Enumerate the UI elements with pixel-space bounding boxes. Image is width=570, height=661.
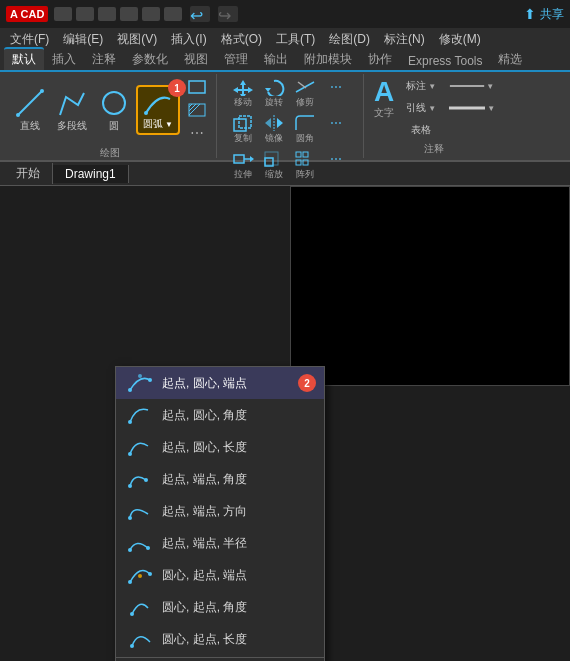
svg-point-38	[128, 548, 132, 552]
arc-item-icon-6	[126, 564, 154, 586]
menu-draw[interactable]: 绘图(D)	[323, 29, 376, 50]
rectangle-icon	[187, 79, 207, 95]
title-toolbar: ↩ ↪	[54, 6, 238, 22]
tab-param[interactable]: 参数化	[124, 49, 176, 70]
rectangle-button[interactable]	[184, 76, 210, 98]
menu-edit[interactable]: 编辑(E)	[57, 29, 109, 50]
arc-option-start-center-angle[interactable]: 起点, 圆心, 角度	[116, 399, 324, 431]
leader-button[interactable]: 引线 ▼	[402, 98, 440, 118]
table-button[interactable]: 表格	[402, 120, 440, 140]
circle-label: 圆	[109, 119, 119, 133]
tab-drawing1[interactable]: Drawing1	[53, 165, 129, 183]
stretch-button[interactable]: 拉伸	[230, 148, 256, 183]
arc-option-start-center-length[interactable]: 起点, 圆心, 长度	[116, 431, 324, 463]
tab-addon[interactable]: 附加模块	[296, 49, 360, 70]
mirror-button[interactable]: 镜像	[261, 112, 287, 147]
tab-annotate[interactable]: 注释	[84, 49, 124, 70]
rotate-button[interactable]: 旋转	[261, 76, 287, 111]
arc-option-start-center-end[interactable]: 起点, 圆心, 端点 2	[116, 367, 324, 399]
ribbon-panel: 直线 多段线 圆	[0, 72, 570, 162]
array-button[interactable]: 阵列	[292, 148, 318, 183]
more-modify2[interactable]: ⋯	[323, 112, 349, 134]
more-modify3[interactable]: ⋯	[323, 148, 349, 170]
copy-button[interactable]: 复制	[230, 112, 256, 147]
toolbar-icon-5[interactable]	[142, 7, 160, 21]
circle-icon	[98, 87, 130, 119]
tab-featured[interactable]: 精选	[490, 49, 530, 70]
dim-arrow: ▼	[428, 82, 436, 91]
redo-icon[interactable]: ↪	[218, 6, 238, 22]
arc-option-center-start-length[interactable]: 圆心, 起点, 长度	[116, 623, 324, 655]
svg-point-4	[144, 111, 148, 115]
polyline-button[interactable]: 多段线	[52, 83, 92, 137]
svg-point-1	[16, 113, 20, 117]
svg-point-36	[144, 478, 148, 482]
arc-item-icon-5	[126, 532, 154, 554]
arc-option-label-0: 起点, 圆心, 端点	[162, 375, 247, 392]
arc-item-icon-4	[126, 500, 154, 522]
dropdown-badge: 2	[298, 374, 316, 392]
line-button[interactable]: 直线	[10, 83, 50, 137]
modify-group: 移动 旋转 修剪 ⋯	[219, 74, 364, 158]
menu-format[interactable]: 格式(O)	[215, 29, 268, 50]
tab-manage[interactable]: 管理	[216, 49, 256, 70]
text-button[interactable]: A 文字	[372, 76, 396, 122]
circle-button[interactable]: 圆	[94, 83, 134, 137]
dim-button[interactable]: 标注 ▼	[402, 76, 440, 96]
scale-label: 缩放	[265, 168, 283, 181]
svg-point-35	[128, 484, 132, 488]
arc-option-start-end-angle[interactable]: 起点, 端点, 角度	[116, 463, 324, 495]
menu-view[interactable]: 视图(V)	[111, 29, 163, 50]
tab-view[interactable]: 视图	[176, 49, 216, 70]
svg-line-0	[18, 91, 42, 115]
menu-insert[interactable]: 插入(I)	[165, 29, 212, 50]
menu-modify[interactable]: 修改(M)	[433, 29, 487, 50]
hatch-button[interactable]	[184, 99, 210, 121]
mirror-label: 镜像	[265, 132, 283, 145]
toolbar-icon-6[interactable]	[164, 7, 182, 21]
toolbar-icon-2[interactable]	[76, 7, 94, 21]
arc-option-center-start-angle[interactable]: 圆心, 起点, 角度	[116, 591, 324, 623]
fillet-button[interactable]: 圆角	[292, 112, 318, 147]
annotation-content: A 文字 标注 ▼ 引线 ▼ 表格	[372, 76, 496, 140]
line-style-button[interactable]: ▼	[446, 76, 496, 96]
arc-option-start-end-radius[interactable]: 起点, 端点, 半径	[116, 527, 324, 559]
more-modify1[interactable]: ⋯	[323, 76, 349, 98]
arc-option-start-end-dir[interactable]: 起点, 端点, 方向	[116, 495, 324, 527]
undo-icon[interactable]: ↩	[190, 6, 210, 22]
tab-output[interactable]: 输出	[256, 49, 296, 70]
line-weight-button[interactable]: ▼	[446, 98, 496, 118]
tab-default[interactable]: 默认	[4, 47, 44, 70]
rotate-icon	[263, 78, 285, 96]
share-button[interactable]: ⬆ 共享	[524, 6, 564, 23]
scale-button[interactable]: 缩放	[261, 148, 287, 183]
svg-point-41	[148, 572, 152, 576]
svg-point-30	[128, 388, 132, 392]
modify-grid: 移动 旋转 修剪 ⋯	[230, 76, 353, 183]
array-label: 阵列	[296, 168, 314, 181]
title-bar: A CAD ↩ ↪ ⬆ 共享	[0, 0, 570, 28]
arc-option-center-start-end[interactable]: 圆心, 起点, 端点	[116, 559, 324, 591]
trim-button[interactable]: 修剪	[292, 76, 318, 111]
more-draw-buttons: ⋯	[184, 76, 210, 144]
more-draw-button[interactable]: ⋯	[184, 122, 210, 144]
tab-express[interactable]: Express Tools	[400, 52, 490, 70]
draw-group-content: 直线 多段线 圆	[10, 76, 210, 144]
menu-dim[interactable]: 标注(N)	[378, 29, 431, 50]
toolbar-icon-3[interactable]	[98, 7, 116, 21]
stretch-icon	[232, 150, 254, 168]
array-icon	[294, 150, 316, 168]
arc-item-icon-3	[126, 468, 154, 490]
tab-collaborate[interactable]: 协作	[360, 49, 400, 70]
arc-dropdown-arrow: ▼	[165, 120, 173, 129]
svg-point-3	[103, 92, 125, 114]
svg-point-31	[148, 378, 152, 382]
arc-svg-0	[126, 372, 154, 394]
tab-start[interactable]: 开始	[4, 163, 53, 184]
svg-rect-15	[239, 116, 251, 128]
tab-insert[interactable]: 插入	[44, 49, 84, 70]
move-button[interactable]: 移动	[230, 76, 256, 111]
toolbar-icon-1[interactable]	[54, 7, 72, 21]
menu-tools[interactable]: 工具(T)	[270, 29, 321, 50]
toolbar-icon-4[interactable]	[120, 7, 138, 21]
